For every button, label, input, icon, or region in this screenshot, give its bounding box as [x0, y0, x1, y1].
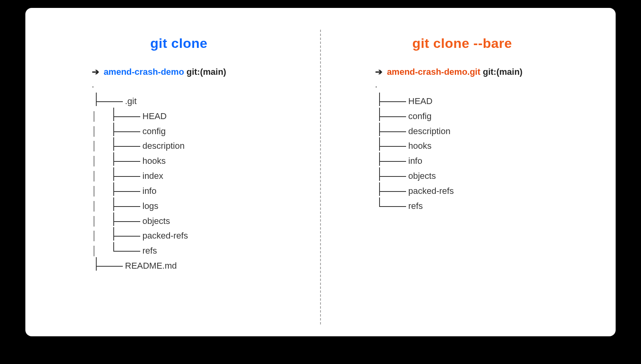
- tree-item-label: packed-refs: [143, 228, 188, 243]
- left-column: git clone ➔ amend-crash-demo git:(main) …: [37, 24, 320, 320]
- tree-row: │index: [92, 169, 266, 184]
- tree-branch-tee-icon: [109, 187, 143, 195]
- arrow-icon: ➔: [92, 67, 99, 77]
- left-git-suffix: git:(main): [187, 67, 226, 77]
- left-root-dot: .: [92, 80, 266, 90]
- left-tree: .git│HEAD│config│description│hooks│index…: [92, 94, 266, 273]
- tree-row: README.md: [92, 258, 266, 273]
- left-title: git clone: [150, 36, 207, 51]
- tree-branch-tee-icon: [375, 187, 408, 195]
- tree-branch-end-icon: [375, 202, 408, 210]
- tree-pipe: │: [92, 214, 109, 229]
- tree-item-label: HEAD: [408, 94, 433, 109]
- tree-row: description: [375, 124, 549, 139]
- tree-branch-tee-icon: [92, 262, 125, 270]
- tree-pipe: │: [92, 169, 109, 184]
- tree-branch-tee-icon: [109, 157, 143, 165]
- tree-branch-tee-icon: [109, 142, 143, 150]
- tree-branch-tee-icon: [109, 231, 143, 240]
- tree-item-label: README.md: [125, 258, 177, 273]
- tree-row: config: [375, 109, 549, 124]
- right-tree: HEADconfigdescriptionhooksinfoobjectspac…: [375, 94, 549, 214]
- tree-item-label: objects: [408, 169, 436, 184]
- tree-item-label: objects: [143, 214, 170, 229]
- tree-branch-tee-icon: [92, 97, 125, 106]
- comparison-card: git clone ➔ amend-crash-demo git:(main) …: [25, 8, 616, 336]
- tree-row: │objects: [92, 214, 266, 229]
- vertical-divider: [320, 30, 321, 324]
- tree-row: │info: [92, 184, 266, 199]
- tree-branch-tee-icon: [109, 112, 143, 121]
- tree-branch-tee-icon: [375, 142, 408, 150]
- tree-row: hooks: [375, 138, 549, 154]
- right-root-dot: .: [375, 80, 549, 90]
- tree-row: │HEAD: [92, 109, 266, 124]
- tree-row: HEAD: [375, 94, 549, 109]
- tree-pipe: │: [92, 124, 109, 139]
- tree-pipe: │: [92, 228, 109, 243]
- tree-row: │config: [92, 124, 266, 139]
- tree-item-label: .git: [125, 94, 137, 109]
- tree-row: │hooks: [92, 154, 266, 169]
- tree-branch-tee-icon: [375, 112, 408, 121]
- left-prompt: ➔ amend-crash-demo git:(main): [92, 67, 266, 77]
- tree-pipe: │: [92, 243, 109, 258]
- tree-branch-tee-icon: [109, 202, 143, 210]
- right-terminal: ➔ amend-crash-demo.git git:(main) . HEAD…: [375, 67, 549, 214]
- tree-row: │packed-refs: [92, 228, 266, 243]
- tree-row: info: [375, 154, 549, 169]
- tree-row: refs: [375, 199, 549, 214]
- tree-item-label: info: [408, 154, 422, 169]
- tree-branch-tee-icon: [375, 172, 408, 180]
- tree-pipe: │: [92, 109, 109, 124]
- tree-branch-tee-icon: [109, 217, 143, 226]
- tree-item-label: index: [143, 169, 164, 184]
- tree-item-label: hooks: [408, 138, 432, 154]
- arrow-icon: ➔: [375, 67, 382, 77]
- tree-row: packed-refs: [375, 184, 549, 199]
- right-repo-name: amend-crash-demo.git: [387, 67, 481, 77]
- right-title: git clone --bare: [412, 36, 512, 51]
- tree-item-label: refs: [408, 199, 423, 214]
- left-repo-name: amend-crash-demo: [104, 67, 184, 77]
- tree-row: objects: [375, 169, 549, 184]
- tree-item-label: description: [408, 124, 450, 139]
- tree-pipe: │: [92, 199, 109, 214]
- tree-branch-tee-icon: [375, 127, 408, 136]
- right-column: git clone --bare ➔ amend-crash-demo.git …: [320, 24, 604, 320]
- tree-item-label: hooks: [143, 154, 166, 169]
- tree-branch-end-icon: [109, 246, 143, 255]
- tree-row: │logs: [92, 199, 266, 214]
- tree-row: │description: [92, 138, 266, 154]
- tree-row: .git: [92, 94, 266, 109]
- tree-pipe: │: [92, 184, 109, 199]
- tree-item-label: refs: [143, 243, 157, 258]
- tree-pipe: │: [92, 154, 109, 169]
- tree-branch-tee-icon: [375, 157, 408, 165]
- tree-item-label: logs: [143, 199, 158, 214]
- tree-branch-tee-icon: [109, 127, 143, 136]
- tree-item-label: info: [143, 184, 156, 199]
- tree-pipe: │: [92, 138, 109, 154]
- tree-branch-tee-icon: [375, 97, 408, 106]
- tree-item-label: config: [143, 124, 166, 139]
- left-terminal: ➔ amend-crash-demo git:(main) . .git│HEA…: [92, 67, 266, 273]
- tree-item-label: config: [408, 109, 432, 124]
- tree-item-label: description: [143, 138, 185, 154]
- tree-branch-tee-icon: [109, 172, 143, 180]
- tree-item-label: HEAD: [143, 109, 167, 124]
- right-prompt: ➔ amend-crash-demo.git git:(main): [375, 67, 549, 77]
- tree-item-label: packed-refs: [408, 184, 454, 199]
- right-git-suffix: git:(main): [483, 67, 523, 77]
- tree-row: │refs: [92, 243, 266, 258]
